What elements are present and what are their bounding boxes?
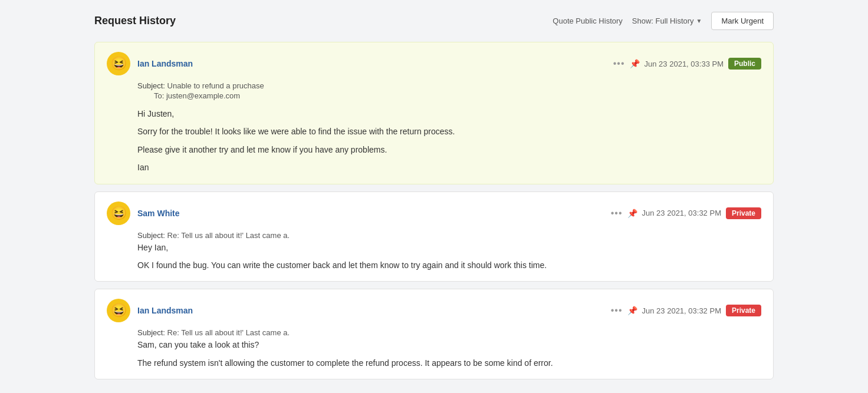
visibility-badge: Private	[726, 305, 761, 316]
avatar: 😆	[107, 52, 130, 75]
message-timestamp: Jun 23 2021, 03:32 PM	[642, 306, 721, 315]
message-body-line: Sam, can you take a look at this?	[137, 338, 761, 351]
messages-list: 😆 Ian Landsman ••• 📌 Jun 23 2021, 03:33 …	[94, 42, 774, 379]
message-to: To: justen@example.com	[107, 91, 761, 100]
author-name: Ian Landsman	[137, 59, 193, 68]
visibility-badge: Public	[728, 58, 761, 70]
message-body-line: Please give it another try and let me kn…	[137, 143, 761, 156]
pin-icon[interactable]: 📌	[630, 59, 640, 68]
mark-urgent-button[interactable]: Mark Urgent	[711, 12, 774, 30]
message-body-line: Hi Justen,	[137, 107, 761, 120]
message-subject: Subject: Unable to refund a pruchase	[107, 81, 761, 90]
author-name: Sam White	[137, 209, 180, 218]
avatar: 😆	[107, 202, 130, 225]
to-address: justen@example.com	[166, 91, 240, 100]
message-timestamp: Jun 23 2021, 03:33 PM	[645, 60, 724, 68]
message-header: 😆 Ian Landsman ••• 📌 Jun 23 2021, 03:33 …	[107, 52, 761, 75]
message-card: 😆 Sam White ••• 📌 Jun 23 2021, 03:32 PM …	[94, 191, 774, 282]
subject-text: Unable to refund a pruchase	[167, 81, 264, 90]
message-card: 😆 Ian Landsman ••• 📌 Jun 23 2021, 03:32 …	[94, 289, 774, 379]
message-options-button[interactable]: •••	[611, 208, 623, 219]
message-options-button[interactable]: •••	[611, 305, 623, 316]
message-body: Hi Justen,Sorry for the trouble! It look…	[107, 107, 761, 174]
pin-icon[interactable]: 📌	[627, 306, 637, 315]
message-body-line: Sorry for the trouble! It looks like we …	[137, 125, 761, 138]
message-body: Hey Ian,OK I found the bug. You can writ…	[107, 241, 761, 272]
pin-icon[interactable]: 📌	[627, 209, 637, 218]
message-subject: Subject: Re: Tell us all about it!' Last…	[107, 328, 761, 337]
subject-label: Subject:	[137, 81, 165, 90]
message-subject: Subject: Re: Tell us all about it!' Last…	[107, 231, 761, 240]
message-header: 😆 Sam White ••• 📌 Jun 23 2021, 03:32 PM …	[107, 202, 761, 225]
message-body-line: The refund system isn't allowing the cus…	[137, 356, 761, 369]
to-label: To:	[154, 91, 164, 100]
message-header: 😆 Ian Landsman ••• 📌 Jun 23 2021, 03:32 …	[107, 299, 761, 322]
subject-label: Subject:	[137, 328, 165, 337]
message-body-line: OK I found the bug. You can write the cu…	[137, 259, 761, 272]
message-card: 😆 Ian Landsman ••• 📌 Jun 23 2021, 03:33 …	[94, 42, 774, 184]
message-options-button[interactable]: •••	[613, 58, 625, 69]
chevron-down-icon: ▼	[696, 18, 702, 24]
message-timestamp: Jun 23 2021, 03:32 PM	[642, 209, 721, 217]
page-header: Request History Quote Public History Sho…	[94, 12, 774, 30]
author-name: Ian Landsman	[137, 306, 193, 315]
page-title: Request History	[94, 15, 176, 27]
subject-label: Subject:	[137, 231, 165, 240]
avatar: 😆	[107, 299, 130, 322]
message-body-line: Ian	[137, 161, 761, 174]
message-body: Sam, can you take a look at this?The ref…	[107, 338, 761, 369]
subject-text: Re: Tell us all about it!' Last came a.	[167, 328, 290, 337]
show-history-dropdown[interactable]: Show: Full History ▼	[632, 16, 702, 25]
show-history-label: Show: Full History	[632, 16, 694, 25]
quote-public-history-link[interactable]: Quote Public History	[553, 16, 623, 25]
subject-text: Re: Tell us all about it!' Last came a.	[167, 231, 290, 240]
visibility-badge: Private	[726, 207, 761, 219]
message-body-line: Hey Ian,	[137, 241, 761, 254]
